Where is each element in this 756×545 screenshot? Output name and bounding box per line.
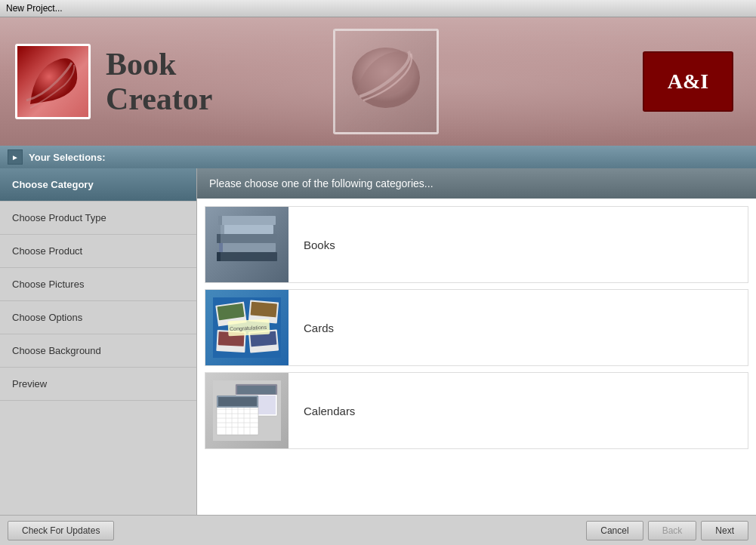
svg-rect-5 xyxy=(218,216,276,225)
app-title: Book Creator xyxy=(106,47,212,116)
selections-arrow-icon[interactable]: ► xyxy=(8,149,23,165)
calendars-thumbnail xyxy=(205,373,289,448)
sidebar-item-choose-background[interactable]: Choose Background xyxy=(0,334,196,368)
cancel-button[interactable]: Cancel xyxy=(586,521,643,540)
svg-rect-29 xyxy=(218,397,257,406)
center-swirl-icon xyxy=(344,40,427,123)
sidebar-item-choose-product[interactable]: Choose Product xyxy=(0,235,196,268)
selections-bar: ► Your Selections: xyxy=(0,146,756,168)
content-area: Please choose one of the following categ… xyxy=(196,168,756,515)
app-name: Book Creator xyxy=(106,47,212,116)
svg-rect-10 xyxy=(218,216,222,225)
content-header: Please choose one of the following categ… xyxy=(197,168,756,199)
sidebar-item-choose-pictures[interactable]: Choose Pictures xyxy=(0,268,196,301)
check-updates-button[interactable]: Check For Updates xyxy=(8,521,114,540)
category-thumb-calendars xyxy=(205,373,289,448)
content-header-text: Please choose one of the following categ… xyxy=(209,177,434,189)
sidebar-item-preview[interactable]: Preview xyxy=(0,368,196,401)
books-thumbnail-icon xyxy=(213,214,281,275)
brand-logo: A&I xyxy=(643,51,733,112)
center-logo-decoration xyxy=(333,29,439,134)
back-button[interactable]: Back xyxy=(648,521,697,540)
category-thumb-books xyxy=(205,207,289,282)
svg-rect-8 xyxy=(217,234,221,243)
sidebar-item-choose-category[interactable]: Choose Category xyxy=(0,168,196,202)
svg-rect-3 xyxy=(217,234,277,243)
svg-rect-4 xyxy=(221,225,273,234)
sidebar-item-choose-options[interactable]: Choose Options xyxy=(0,301,196,334)
cards-thumbnail-icon: Congratulations xyxy=(213,297,281,358)
next-button[interactable]: Next xyxy=(701,521,748,540)
sidebar: Choose Category Choose Product Type Choo… xyxy=(0,168,196,515)
category-thumb-cards: Congratulations xyxy=(205,290,289,365)
calendars-thumbnail-icon xyxy=(213,380,281,441)
svg-rect-1 xyxy=(217,252,277,261)
sidebar-item-choose-product-type[interactable]: Choose Product Type xyxy=(0,202,196,235)
svg-rect-7 xyxy=(219,243,223,252)
brand-logo-text: A&I xyxy=(668,69,708,94)
title-text: New Project... xyxy=(6,3,63,14)
svg-rect-9 xyxy=(221,225,224,234)
bottom-bar: Check For Updates Cancel Back Next xyxy=(0,515,756,545)
books-thumbnail xyxy=(205,207,289,282)
category-item-books[interactable]: Books xyxy=(205,206,748,283)
category-item-calendars[interactable]: Calendars xyxy=(205,372,748,449)
svg-rect-26 xyxy=(237,386,276,394)
title-bar: New Project... xyxy=(0,0,756,17)
category-list: Books xyxy=(197,199,756,515)
category-label-books: Books xyxy=(289,239,350,251)
app-logo-icon xyxy=(23,51,83,112)
category-item-cards[interactable]: Congratulations Cards xyxy=(205,289,748,366)
main-area: Choose Category Choose Product Type Choo… xyxy=(0,168,756,515)
cards-thumbnail: Congratulations xyxy=(205,290,289,365)
header: Book Creator A&I xyxy=(0,17,756,146)
app-logo-box xyxy=(15,44,91,119)
svg-rect-15 xyxy=(251,302,277,318)
category-label-calendars: Calendars xyxy=(289,405,370,417)
category-label-cards: Cards xyxy=(289,322,349,334)
svg-rect-2 xyxy=(219,243,276,252)
svg-rect-6 xyxy=(217,252,221,261)
selections-label: Your Selections: xyxy=(29,152,106,163)
